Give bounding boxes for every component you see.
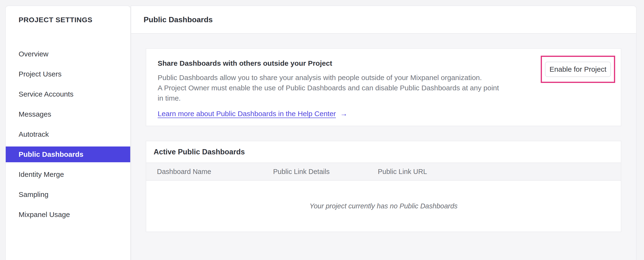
arrow-right-icon: →: [340, 109, 348, 118]
sidebar-item-label[interactable]: Overview: [6, 46, 130, 62]
sidebar-title: PROJECT SETTINGS: [6, 6, 130, 34]
main-header: Public Dashboards: [131, 6, 636, 34]
sidebar-item-autotrack[interactable]: Autotrack: [6, 124, 130, 144]
dashboards-table-empty-body: Your project currently has no Public Das…: [146, 181, 621, 231]
sidebar-item-label[interactable]: Messages: [6, 106, 130, 122]
sidebar-item-label[interactable]: Mixpanel Usage: [6, 207, 130, 222]
sidebar-item-identity-merge[interactable]: Identity Merge: [6, 164, 130, 185]
sidebar-item-label[interactable]: Public Dashboards: [6, 147, 130, 162]
share-card-description-line: A Project Owner must enable the use of P…: [158, 83, 621, 93]
main-content: Share Dashboards with others outside you…: [131, 34, 636, 232]
active-dashboards-card: Active Public Dashboards Dashboard NameP…: [146, 141, 621, 232]
sidebar-item-label[interactable]: Sampling: [6, 187, 130, 202]
sidebar-item-messages[interactable]: Messages: [6, 104, 130, 124]
main-region: Public Dashboards Share Dashboards with …: [131, 6, 636, 260]
annotation-highlight-box: Enable for Project: [541, 56, 615, 83]
dashboards-table-header-row: Dashboard NamePublic Link DetailsPublic …: [146, 163, 621, 181]
sidebar-item-label[interactable]: Project Users: [6, 66, 130, 82]
sidebar-item-label[interactable]: Autotrack: [6, 126, 130, 142]
sidebar-item-mixpanel-usage[interactable]: Mixpanel Usage: [6, 205, 130, 225]
active-card-heading: Active Public Dashboards: [146, 141, 621, 163]
sidebar-item-public-dashboards[interactable]: Public Dashboards: [6, 144, 130, 164]
table-column-header: Dashboard Name: [157, 168, 273, 176]
table-column-header: Public Link Details: [273, 168, 378, 176]
sidebar-item-label[interactable]: Identity Merge: [6, 167, 130, 182]
sidebar-item-sampling[interactable]: Sampling: [6, 185, 130, 205]
sidebar-item-service-accounts[interactable]: Service Accounts: [6, 84, 130, 104]
sidebar-item-label[interactable]: Service Accounts: [6, 86, 130, 102]
enable-for-project-button[interactable]: Enable for Project: [545, 62, 611, 77]
share-dashboards-card: Share Dashboards with others outside you…: [146, 48, 621, 126]
share-card-description-line: in time.: [158, 93, 621, 103]
empty-state-message: Your project currently has no Public Das…: [310, 202, 458, 210]
help-center-link[interactable]: Learn more about Public Dashboards in th…: [158, 110, 336, 118]
page-title: Public Dashboards: [144, 15, 213, 24]
project-settings-sidebar: PROJECT SETTINGS Overview Project Users …: [5, 6, 131, 260]
sidebar-item-project-users[interactable]: Project Users: [6, 64, 130, 84]
sidebar-nav: Overview Project Users Service Accounts …: [6, 44, 130, 225]
help-center-link-row: Learn more about Public Dashboards in th…: [158, 109, 621, 118]
table-column-header: Public Link URL: [378, 168, 427, 176]
sidebar-item-overview[interactable]: Overview: [6, 44, 130, 64]
